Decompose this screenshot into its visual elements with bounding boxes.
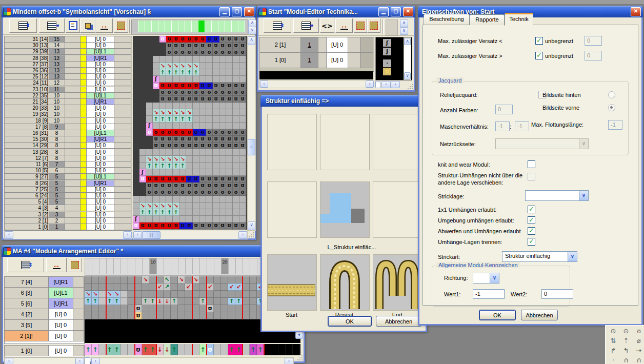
table-cell[interactable]: 7 [25] (5, 187, 53, 193)
table-cell[interactable] (80, 180, 87, 187)
grid-cell[interactable] (133, 156, 139, 163)
title-bar[interactable]: Mindern offset-b "Symbolansicht" [Vorsch… (2, 6, 256, 17)
table-cell[interactable] (114, 36, 131, 43)
palette-icon[interactable]: ʊ (633, 327, 644, 335)
table-cell[interactable]: [U] 0 (87, 143, 114, 149)
title-bar[interactable]: Start "Modul-Editor Technika... ▁ ▢ ✕ (257, 6, 415, 17)
grid-cell[interactable] (133, 83, 139, 89)
grid-cell[interactable] (139, 63, 146, 69)
grid-cell[interactable]: ʊ (239, 36, 246, 43)
table-cell[interactable] (65, 55, 80, 62)
grid-cell[interactable] (186, 103, 193, 109)
needle-cell[interactable] (132, 21, 138, 32)
grid-cell[interactable] (233, 203, 239, 209)
grid-cell[interactable] (135, 298, 142, 305)
grid-cell[interactable]: ʊ (159, 223, 166, 229)
table-cell[interactable]: 2 (49, 218, 65, 224)
grid-cell[interactable]: ʊ (166, 43, 173, 49)
grid-cell[interactable]: ʊ (153, 223, 159, 229)
palette-icon[interactable]: ⊙ (608, 327, 619, 335)
grid-cell[interactable] (199, 69, 206, 76)
grid-cell[interactable]: ↙ (207, 284, 214, 291)
grid-cell[interactable]: ↑ (146, 163, 153, 169)
table-cell[interactable]: 1 (301, 53, 318, 68)
grid-cell[interactable] (164, 305, 171, 312)
grid-cell[interactable] (221, 276, 228, 284)
grid-cell[interactable]: ʊ (213, 129, 219, 136)
swatch-button-1[interactable] (354, 18, 367, 33)
grid-cell[interactable]: ↑ (153, 163, 159, 169)
grid-cell[interactable] (250, 298, 257, 305)
table-cell[interactable] (65, 99, 80, 105)
grid-cell[interactable]: ʊ (213, 36, 219, 43)
grid-cell[interactable] (153, 43, 159, 49)
grid-cell[interactable]: ↑ (139, 209, 146, 216)
table-cell[interactable]: 12 [7] (5, 155, 53, 161)
table-cell[interactable] (65, 193, 80, 199)
grid-cell[interactable] (250, 276, 257, 284)
table-cell[interactable] (114, 193, 131, 199)
grid-cell[interactable]: ʊ (199, 136, 206, 143)
grid-cell[interactable]: ʊ (193, 183, 199, 189)
palette-icon[interactable]: ⇢ (633, 346, 644, 355)
grid-cell[interactable] (120, 298, 128, 305)
grid-cell[interactable]: ʊ (219, 189, 226, 196)
grid-cell[interactable] (226, 103, 233, 109)
palette-icon[interactable]: · (608, 356, 619, 364)
module-strip[interactable]: ↑↑↑↑ʊ↑↑↓↓↑↑ʊ↑↑↑↑ (85, 344, 300, 355)
flottung-input[interactable]: -1 (608, 120, 622, 130)
ruler-cell[interactable] (178, 258, 186, 274)
grid-cell[interactable]: ʊ (193, 49, 199, 56)
grid-cell[interactable]: ʊ (166, 96, 173, 103)
grid-cell[interactable] (179, 76, 186, 83)
table-cell[interactable] (348, 37, 360, 53)
grid-cell[interactable] (139, 163, 146, 169)
table-cell[interactable]: 5 (49, 180, 65, 187)
table-cell[interactable]: 1 [0] (5, 346, 49, 356)
compare-button[interactable]: <> (320, 18, 334, 33)
grid-cell[interactable]: ʊ (179, 223, 186, 229)
table-cell[interactable] (318, 53, 327, 68)
grid-cell[interactable]: ↘ (173, 156, 179, 163)
grid-cell[interactable] (226, 63, 233, 69)
palette-icon[interactable]: ⇡ (620, 336, 632, 345)
grid-cell[interactable] (213, 63, 219, 69)
grid-cell[interactable]: ʊ (206, 189, 213, 196)
erlaubt4-checkbox[interactable] (528, 238, 535, 246)
grid-cell[interactable]: ↘ (186, 109, 193, 116)
grid-cell[interactable]: ʊ (239, 136, 246, 143)
grid-cell[interactable] (135, 284, 142, 291)
grid-cell[interactable]: ʊ (193, 223, 199, 229)
grid-cell[interactable] (146, 76, 153, 83)
palette-icon[interactable]: ⇅ (608, 336, 619, 345)
grid-cell[interactable] (153, 216, 159, 223)
grid-cell[interactable]: ↑ (146, 209, 153, 216)
grid-cell[interactable]: ʊ (159, 96, 166, 103)
grid-cell[interactable]: ↘ (186, 63, 193, 69)
mirror-button[interactable]: ↔ (46, 258, 67, 272)
table-cell[interactable]: [U] 0 (87, 193, 114, 199)
grid-cell[interactable] (193, 103, 199, 109)
grid-cell[interactable] (113, 284, 120, 291)
table-cell[interactable]: [U] 0 (87, 118, 114, 124)
grid-cell[interactable] (219, 123, 226, 129)
table-cell[interactable] (80, 218, 87, 224)
grid-cell[interactable]: ʊ (199, 183, 206, 189)
grid-cell[interactable] (159, 103, 166, 109)
table-cell[interactable]: 2 [1] (5, 218, 53, 224)
grid-cell[interactable] (186, 163, 193, 169)
grid-cell[interactable] (133, 109, 139, 116)
grid-cell[interactable] (207, 276, 214, 284)
grid-cell[interactable]: ʊ (179, 189, 186, 196)
grid-cell[interactable] (199, 103, 206, 109)
grid-cell[interactable] (146, 143, 153, 149)
grid-cell[interactable] (213, 109, 219, 116)
grid-cell[interactable]: ʃ (139, 169, 146, 176)
grid-cell[interactable] (133, 189, 139, 196)
grid-cell[interactable] (92, 276, 99, 284)
table-cell[interactable] (80, 161, 87, 168)
grid-cell[interactable]: ↘ (159, 156, 166, 163)
table-cell[interactable] (80, 155, 87, 161)
grid-cell[interactable]: ʊ (239, 143, 246, 149)
grid-cell[interactable] (206, 196, 213, 203)
